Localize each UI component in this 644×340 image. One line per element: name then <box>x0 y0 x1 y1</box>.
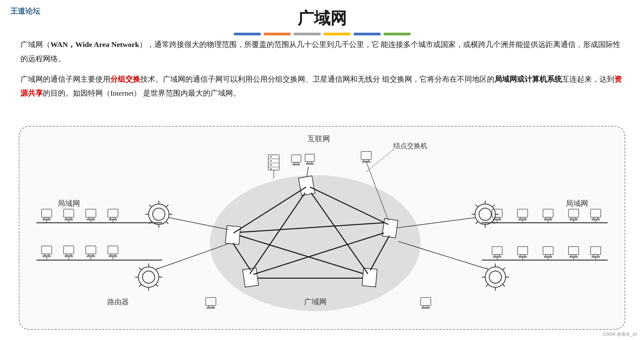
page-title: 广域网 <box>0 0 644 29</box>
svg-rect-11 <box>292 155 301 162</box>
router-label: 路由器 <box>107 298 129 306</box>
svg-line-121 <box>476 205 478 207</box>
svg-line-64 <box>156 284 158 287</box>
svg-rect-134 <box>206 297 216 306</box>
left-bot-comp-4 <box>108 246 118 260</box>
right-top-comp-2 <box>518 209 528 223</box>
svg-point-125 <box>489 271 502 283</box>
switch-node-bottom-left <box>242 268 258 287</box>
svg-line-133 <box>486 284 488 287</box>
server-top <box>268 155 279 170</box>
wan-cloud <box>210 175 421 311</box>
network-diagram: 互联网 结点交换机 广域网 <box>19 126 625 330</box>
left-bot-comp-3 <box>86 246 96 260</box>
svg-point-73 <box>270 164 272 166</box>
right-bot-comp-4 <box>568 246 579 260</box>
color-bar-item-5 <box>354 33 381 35</box>
switch-node-top-center <box>298 176 315 196</box>
svg-rect-37 <box>64 246 74 254</box>
switch-node-left <box>225 226 240 244</box>
svg-rect-98 <box>493 256 501 257</box>
svg-rect-25 <box>86 209 96 217</box>
right-bot-comp-3 <box>543 246 553 260</box>
color-bar-item-2 <box>264 33 291 35</box>
diagram-svg: 互联网 结点交换机 广域网 <box>19 127 625 329</box>
svg-rect-104 <box>543 246 553 255</box>
svg-rect-139 <box>422 307 429 308</box>
left-top-comp-4 <box>108 209 118 223</box>
svg-rect-92 <box>591 209 601 217</box>
computer-top-center-2 <box>305 154 315 164</box>
svg-rect-45 <box>108 246 118 254</box>
svg-rect-82 <box>519 219 527 220</box>
svg-point-74 <box>270 168 272 170</box>
svg-point-49 <box>153 208 165 221</box>
svg-line-66 <box>139 284 141 287</box>
svg-point-71 <box>270 156 272 158</box>
svg-rect-39 <box>65 256 73 257</box>
svg-rect-14 <box>305 154 315 162</box>
content-area: 广域网（WAN，Wide Area Network），通常跨接很大的物理范围，所… <box>20 37 624 100</box>
highlight-lan-systems: 局域网或计算机系统 <box>494 75 562 83</box>
svg-rect-33 <box>42 246 52 254</box>
color-bar-item-1 <box>234 33 261 35</box>
svg-rect-84 <box>543 209 553 217</box>
svg-rect-47 <box>109 256 117 257</box>
computer-top-center <box>292 155 301 165</box>
svg-point-116 <box>479 208 491 221</box>
svg-rect-43 <box>87 256 95 257</box>
svg-rect-21 <box>64 209 74 217</box>
left-top-comp-2 <box>64 209 74 223</box>
svg-rect-23 <box>65 219 73 220</box>
svg-rect-35 <box>43 256 50 257</box>
internet-label: 互联网 <box>308 134 330 143</box>
svg-rect-27 <box>87 219 95 220</box>
svg-rect-80 <box>518 209 528 217</box>
svg-line-55 <box>166 222 168 224</box>
svg-line-54 <box>149 205 152 207</box>
wan-label: 广域网 <box>304 297 327 306</box>
switch-node-right <box>382 218 398 238</box>
svg-point-72 <box>270 160 272 162</box>
right-bot-comp-5 <box>591 246 601 260</box>
svg-rect-106 <box>544 256 552 257</box>
svg-line-65 <box>156 268 158 270</box>
diagram-inner: 互联网 结点交换机 广域网 <box>19 127 625 329</box>
svg-rect-88 <box>568 209 579 217</box>
right-top-comp-5 <box>591 209 601 223</box>
svg-rect-96 <box>492 246 502 255</box>
bottom-comp-left <box>206 297 216 308</box>
svg-rect-94 <box>592 219 599 220</box>
lan-right-label: 局域网 <box>566 199 588 208</box>
svg-rect-76 <box>492 209 502 217</box>
svg-line-130 <box>486 268 488 270</box>
svg-rect-19 <box>43 219 50 220</box>
svg-rect-136 <box>207 307 215 308</box>
svg-rect-13 <box>293 164 300 165</box>
right-bot-comp-1 <box>492 246 502 260</box>
comp-top-right <box>361 151 371 162</box>
lan-left-label: 局域网 <box>58 199 80 208</box>
svg-rect-90 <box>570 219 577 220</box>
svg-point-58 <box>142 271 155 283</box>
left-top-comp-1 <box>42 209 52 223</box>
svg-line-0 <box>366 150 393 172</box>
color-bar-item-4 <box>324 33 351 35</box>
svg-rect-17 <box>42 209 52 217</box>
svg-line-123 <box>492 205 495 207</box>
svg-rect-108 <box>568 246 579 255</box>
svg-rect-102 <box>519 256 527 257</box>
node-switch-label: 结点交换机 <box>393 142 427 149</box>
svg-rect-112 <box>591 246 601 255</box>
left-bot-comp-2 <box>64 246 74 260</box>
svg-rect-110 <box>570 256 577 257</box>
svg-rect-100 <box>518 246 528 255</box>
svg-rect-140 <box>361 151 371 160</box>
svg-rect-15 <box>308 162 312 163</box>
color-bar-item-3 <box>294 33 321 35</box>
svg-rect-16 <box>307 163 313 164</box>
svg-line-56 <box>166 205 168 207</box>
switch-node-bottom-right <box>362 268 377 287</box>
footer-credit: CSDN @落水_zh <box>603 331 637 337</box>
right-top-comp-3 <box>543 209 553 223</box>
